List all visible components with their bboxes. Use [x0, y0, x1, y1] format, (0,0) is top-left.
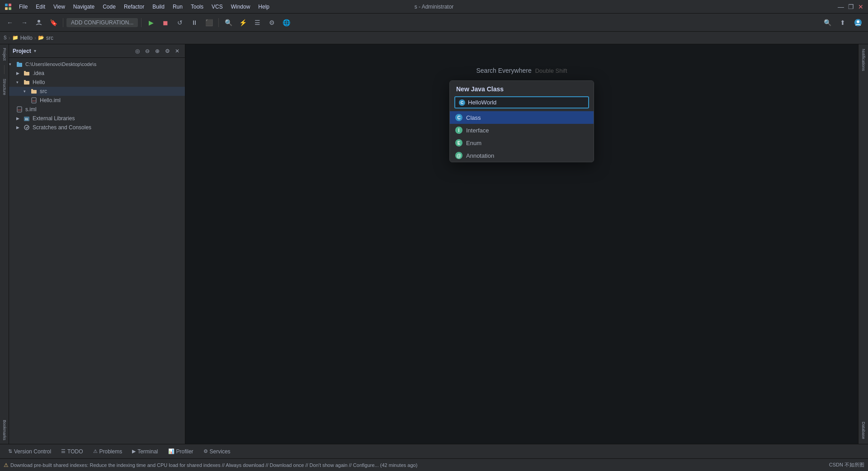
tree-item-s-iml[interactable]: ▶ iml s.iml	[9, 105, 185, 114]
window-title: s - Administrator	[415, 4, 454, 10]
left-panel-strip: Project Structure Bookmarks	[0, 44, 9, 444]
menu-refactor[interactable]: Refactor	[120, 3, 148, 11]
menu-vcs[interactable]: VCS	[208, 3, 226, 11]
toolbar-forward-button[interactable]: →	[18, 16, 31, 29]
project-icon-expand[interactable]: ⊕	[153, 47, 161, 55]
svg-rect-0	[5, 4, 8, 6]
project-strip-label[interactable]: Project	[1, 46, 8, 62]
svg-rect-14	[31, 89, 33, 90]
toolbar-translate-button[interactable]: 🌐	[280, 16, 292, 29]
toolbar-separator-1	[63, 18, 63, 27]
enum-icon: E	[455, 139, 462, 146]
tab-profiler[interactable]: 📊 Profiler	[164, 447, 198, 457]
close-button[interactable]: ✕	[857, 3, 864, 10]
menu-bar: File Edit View Navigate Code Refactor Bu…	[15, 3, 273, 11]
toolbar-settings-button[interactable]: ⚙	[265, 16, 278, 29]
dialog-item-enum[interactable]: E Enum	[450, 137, 594, 149]
editor-area: Search Everywhere Double Shift New Java …	[185, 44, 858, 444]
toolbar-back-button[interactable]: ←	[4, 16, 16, 29]
structure-strip-label[interactable]: Structure	[1, 77, 8, 97]
notifications-strip-label[interactable]: Notifications	[860, 46, 867, 74]
run-button[interactable]: ▶	[145, 16, 157, 29]
vcs-sync-button[interactable]: ⬆	[836, 16, 849, 29]
menu-file[interactable]: File	[15, 3, 31, 11]
toolbar-run-inspect-button[interactable]: ⚡	[236, 16, 249, 29]
version-control-icon: ⇅	[8, 448, 12, 454]
tab-services[interactable]: ⚙ Services	[199, 447, 235, 457]
menu-tools[interactable]: Tools	[187, 3, 207, 11]
svg-text:lib: lib	[25, 118, 28, 121]
status-warning-icon: ⚠	[4, 462, 9, 468]
tab-profiler-label: Profiler	[176, 448, 193, 455]
toolbar-user-button[interactable]	[33, 16, 45, 29]
enum-label: Enum	[466, 140, 481, 146]
breadcrumb-src[interactable]: 📂 src	[38, 35, 53, 41]
menu-window[interactable]: Window	[227, 3, 254, 11]
coverage-button[interactable]: ⬛	[203, 16, 215, 29]
svg-point-6	[857, 20, 859, 23]
menu-build[interactable]: Build	[149, 3, 168, 11]
bottom-tabs: ⇅ Version Control ☰ TODO ⚠ Problems ▶ Te…	[0, 444, 868, 458]
breadcrumb-left-icon: S	[4, 35, 7, 40]
debug-button[interactable]: ⏸	[188, 16, 201, 29]
interface-icon: I	[455, 127, 462, 134]
status-bar: ⚠ Download pre-built shared indexes: Red…	[0, 458, 868, 471]
dialog-item-class[interactable]: C Class	[450, 111, 594, 124]
tree-label-src: src	[40, 88, 47, 94]
add-configuration-button[interactable]: ADD CONFIGURATION...	[66, 18, 138, 27]
bookmarks-strip-label[interactable]: Bookmarks	[1, 418, 8, 442]
right-strip-spacer	[863, 74, 863, 419]
tab-version-control-label: Version Control	[14, 448, 51, 455]
menu-code[interactable]: Code	[99, 3, 119, 11]
menu-help[interactable]: Help	[255, 3, 273, 11]
tree-item-scratches[interactable]: ▶ Scratches and Consoles	[9, 123, 185, 132]
toolbar-build-menu-button[interactable]: ☰	[251, 16, 264, 29]
menu-view[interactable]: View	[50, 3, 69, 11]
dialog-type-list: C Class I Interface E Enum @ Annotation	[450, 111, 594, 162]
minimize-button[interactable]: —	[837, 3, 844, 10]
database-strip-label[interactable]: Database	[860, 419, 867, 442]
search-hint-shortcut: Double Shift	[535, 67, 567, 74]
tree-label-hello: Hello	[33, 79, 45, 85]
tree-label-external-libs: External Libraries	[33, 115, 75, 122]
class-label: Class	[466, 114, 481, 121]
toolbar-separator-2	[141, 18, 142, 27]
tree-item-idea[interactable]: ▶ .idea	[9, 69, 185, 78]
user-avatar[interactable]	[852, 16, 864, 29]
dialog-item-interface[interactable]: I Interface	[450, 124, 594, 137]
new-class-name-input[interactable]	[468, 99, 585, 106]
annotation-icon: @	[455, 152, 462, 159]
tab-version-control[interactable]: ⇅ Version Control	[4, 447, 56, 457]
breadcrumb-hello[interactable]: 📁 Hello	[12, 35, 33, 41]
menu-edit[interactable]: Edit	[32, 3, 49, 11]
profiler-icon: 📊	[168, 448, 175, 454]
dialog-item-annotation[interactable]: @ Annotation	[450, 149, 594, 162]
tab-todo[interactable]: ☰ TODO	[57, 447, 87, 457]
maximize-button[interactable]: ❐	[847, 3, 854, 10]
dialog-input-row: C	[450, 96, 594, 110]
svg-rect-12	[24, 80, 26, 81]
tree-item-hello[interactable]: ▾ Hello	[9, 78, 185, 87]
search-everywhere-button[interactable]: 🔍	[821, 16, 834, 29]
toolbar-bookmark-button[interactable]: 🔖	[47, 16, 60, 29]
tree-item-external-libs[interactable]: ▶ lib External Libraries	[9, 114, 185, 123]
project-dropdown-icon[interactable]: ▾	[34, 48, 36, 53]
tree-item-src[interactable]: ▾ src	[9, 87, 185, 96]
tree-item-hello-iml[interactable]: ▶ iml Hello.iml	[9, 96, 185, 105]
tab-problems[interactable]: ⚠ Problems	[89, 447, 127, 457]
rerun-button[interactable]: ↺	[174, 16, 186, 29]
search-everywhere-hint: Search Everywhere Double Shift	[476, 67, 567, 74]
svg-rect-9	[24, 72, 29, 75]
tab-terminal[interactable]: ▶ Terminal	[127, 447, 162, 457]
menu-run[interactable]: Run	[169, 3, 186, 11]
project-icon-collapse[interactable]: ⊖	[143, 47, 151, 55]
project-icon-locate[interactable]: ◎	[133, 47, 142, 55]
project-icon-close[interactable]: ✕	[173, 47, 181, 55]
svg-rect-1	[9, 4, 11, 6]
toolbar-search-button[interactable]: 🔍	[222, 16, 235, 29]
tree-item-root[interactable]: ▾ C:\Users\lenovo\Desktop\code\s	[9, 60, 185, 69]
menu-navigate[interactable]: Navigate	[70, 3, 98, 11]
stop-button[interactable]: ◼	[159, 16, 172, 29]
config-label: ADD CONFIGURATION...	[71, 19, 133, 26]
project-icon-settings[interactable]: ⚙	[163, 47, 171, 55]
